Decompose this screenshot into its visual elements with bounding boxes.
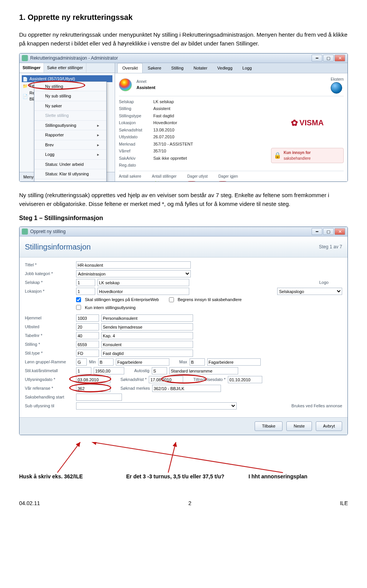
palette-icon: [119, 78, 132, 91]
input-lonn-g[interactable]: [76, 358, 87, 366]
ekstern-label: Ekstern: [331, 76, 344, 82]
minimize-button[interactable]: ━: [312, 55, 322, 62]
cb-label-2: Begrens innsyn til saksbehandlere: [178, 296, 242, 303]
label-utbsted: Utbsted: [25, 324, 74, 330]
menu-ny-stilling[interactable]: Ny stilling: [34, 82, 106, 92]
menu-ny-substilling[interactable]: Ny sub stilling: [34, 91, 106, 101]
kv-label: Merknad: [119, 141, 153, 147]
input-stilkat-num[interactable]: [76, 367, 91, 374]
input-lonn-min-name[interactable]: [116, 358, 169, 366]
select-sub[interactable]: [76, 402, 237, 410]
input-refer[interactable]: [76, 385, 110, 392]
input-lonn-min[interactable]: [98, 358, 114, 366]
menu-rapporter[interactable]: Rapporter: [34, 130, 106, 140]
input-selskap-name[interactable]: [97, 279, 189, 286]
input-tabell-name[interactable]: [101, 332, 193, 339]
tab-sokere[interactable]: Søkere: [143, 63, 166, 73]
close-button[interactable]: ✕: [335, 55, 345, 62]
input-tittel[interactable]: [76, 261, 191, 269]
input-tabell-num[interactable]: [76, 332, 99, 339]
input-utlys-date[interactable]: [76, 376, 110, 383]
input-utbsted-name[interactable]: [101, 323, 193, 330]
menu-status-klar[interactable]: Status: Klar til utlysning: [34, 169, 106, 179]
menu-status-utlyst[interactable]: Status: Utlyst: [34, 179, 106, 182]
input-stiltype-num[interactable]: [76, 350, 99, 357]
kv-value: 13.08.2010: [153, 127, 271, 133]
label-jobbkat: Jobb kategori *: [25, 271, 74, 277]
label-tittel: Tittel *: [25, 262, 74, 268]
input-lonn-max[interactable]: [190, 358, 205, 366]
cancel-button[interactable]: Avbryt: [316, 421, 342, 431]
kv-value: Sak ikke opprettet: [153, 155, 271, 162]
label-selskap: Selskap *: [25, 279, 74, 286]
tab-vedlegg[interactable]: Vedlegg: [212, 63, 237, 73]
titlebar[interactable]: Rekrutteringsadministrasjon - Administra…: [19, 53, 348, 63]
callout-left: Husk å skriv eks. 362/ILE: [19, 473, 83, 481]
input-stilling-num[interactable]: [76, 341, 99, 348]
kv-label: Selskap: [119, 99, 153, 105]
input-stilkat-auto[interactable]: [152, 367, 167, 374]
tab-stilling[interactable]: Stilling: [166, 63, 188, 73]
input-lokasjon-num[interactable]: [76, 288, 95, 295]
input-utbsted-num[interactable]: [76, 323, 99, 330]
kv-label: Reg.dato: [119, 162, 153, 168]
svg-line-2: [92, 442, 283, 473]
input-hjemmel-num[interactable]: [76, 314, 99, 322]
stat-dager-utlyst: Dager utlyst 📅8: [187, 173, 208, 182]
tree-panel: Assistent (357/10/Utlyst) Ferievikarer (…: [19, 73, 115, 172]
label-saksb: Saksbehandling start: [25, 394, 74, 400]
doc-icon: [23, 93, 28, 99]
kv-value: Fast dagtid: [153, 113, 271, 119]
tab-oversikt[interactable]: Oversikt: [117, 63, 143, 73]
input-merk[interactable]: [152, 385, 221, 392]
select-jobbkat[interactable]: Administrasjon: [76, 270, 191, 277]
minimize-button[interactable]: ━: [312, 228, 322, 235]
input-stilling-name[interactable]: [101, 341, 193, 348]
label-lonn: Lønn gruppe/-Ramme: [25, 359, 74, 365]
input-lokasjon-name[interactable]: [97, 288, 189, 295]
visma-logo-icon: ✿: [291, 117, 298, 129]
checkbox-begrens[interactable]: [169, 297, 174, 302]
input-stilkat-val[interactable]: [94, 367, 124, 374]
input-saksb[interactable]: [76, 394, 122, 401]
input-tiltr-date[interactable]: [228, 376, 262, 383]
kv-label: Søknadsfrist: [119, 127, 153, 133]
maximize-button[interactable]: ▢: [323, 228, 334, 235]
chevron-right-icon: [97, 142, 99, 148]
kv-label: Utlystdato: [119, 134, 153, 140]
input-hjemmel-name[interactable]: [101, 314, 193, 322]
back-button[interactable]: Tilbake: [255, 421, 283, 431]
tab-notater[interactable]: Notater: [188, 63, 212, 73]
maximize-button[interactable]: ▢: [323, 55, 334, 62]
kv-label: Stilling: [119, 105, 153, 112]
sidebar-tab-stillinger[interactable]: Stillinger: [19, 63, 44, 73]
step-heading: Steg 1 – Stillingsinformasjon: [19, 214, 348, 223]
checkbox-intern[interactable]: [76, 305, 81, 310]
page-heading: 1. Opprette ny rekrutteringssak: [19, 11, 348, 23]
kv-label: Vårref: [119, 148, 153, 154]
annet-value: Assistent: [136, 84, 156, 91]
puzzle-icon: 🧩: [152, 180, 160, 182]
footer-date: 04.02.11: [19, 499, 40, 507]
label-stilling: Stilling *: [25, 341, 74, 348]
menu-ny-soker[interactable]: Ny søker: [34, 101, 106, 111]
close-button[interactable]: ✕: [335, 228, 345, 235]
input-frist-date[interactable]: [149, 376, 183, 383]
menu-stillingsutlysning[interactable]: Stillingsutlysning: [34, 121, 106, 131]
menu-status-underarbeid[interactable]: Status: Under arbeid: [34, 160, 106, 170]
next-button[interactable]: Neste: [286, 421, 312, 431]
select-logo[interactable]: Selskapslogo: [277, 288, 342, 295]
sidebar-tab-soke[interactable]: Søke etter stillinger: [44, 63, 86, 73]
checkbox-enterpriseweb[interactable]: [76, 297, 81, 302]
menu-logg[interactable]: Logg: [34, 150, 106, 160]
stat-sokere: Antall søkere 👥3: [119, 173, 141, 182]
input-lonn-max-name[interactable]: [207, 358, 261, 366]
input-stiltype-name[interactable]: [101, 350, 193, 357]
label-sub: Sub utlysning til: [25, 403, 74, 409]
label-hjemmel: Hjemmel: [25, 315, 74, 321]
input-selskap-num[interactable]: [76, 279, 95, 286]
menu-slette: Slette stilling: [34, 111, 106, 121]
tab-logg[interactable]: Logg: [237, 63, 257, 73]
menu-brev[interactable]: Brev: [34, 140, 106, 150]
input-stilkat-std[interactable]: [169, 367, 238, 374]
